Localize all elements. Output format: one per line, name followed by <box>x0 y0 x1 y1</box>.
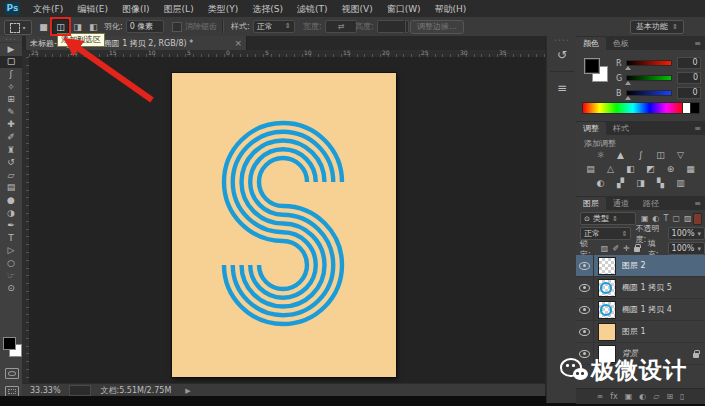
tool-quick-selection-tool[interactable]: ✧ <box>0 81 22 94</box>
feather-input[interactable]: 0 像素 <box>126 20 164 33</box>
properties-panel-icon[interactable]: ≡ <box>547 76 577 100</box>
tool-crop-tool[interactable]: ⊞ <box>0 93 22 106</box>
new-group-icon[interactable]: ▱ <box>653 392 659 401</box>
subtract-from-selection-button[interactable]: ◨ <box>70 20 85 34</box>
workspace-switcher[interactable]: 基本功能⇕ <box>630 20 684 34</box>
menu-item-select[interactable]: 选择(S) <box>245 1 290 17</box>
adjustments-panel-menu-icon[interactable]: ≡ <box>690 122 705 135</box>
eye-icon[interactable] <box>579 306 590 314</box>
channel-value-field[interactable]: 0 <box>677 57 701 69</box>
refine-edge-button[interactable]: 调整边缘… <box>410 20 464 34</box>
selective-color-icon[interactable]: ▚ <box>654 177 667 188</box>
foreground-color-swatch[interactable] <box>584 58 600 74</box>
foreground-color-swatch[interactable] <box>3 337 16 350</box>
eye-icon[interactable] <box>579 284 590 292</box>
tool-blur-tool[interactable]: ● <box>0 194 22 207</box>
tool-hand-tool[interactable]: ☞ <box>0 270 22 283</box>
lock-transparent-pixels-icon[interactable]: ▨ <box>601 244 609 253</box>
channel-slider[interactable] <box>626 75 672 81</box>
panel-color-swatches[interactable] <box>584 58 610 84</box>
levels-icon[interactable]: ▲ <box>614 149 627 160</box>
gradient-map-icon[interactable]: ▥ <box>674 177 687 188</box>
add-layer-mask-icon[interactable]: ▣ <box>625 392 633 401</box>
style-select[interactable]: 正常⇕ <box>253 20 295 33</box>
new-layer-icon[interactable]: ⊞ <box>666 392 673 401</box>
status-expander-icon[interactable]: ▶ <box>185 387 190 395</box>
menu-item-image[interactable]: 图像(I) <box>115 1 157 17</box>
tool-preset-picker[interactable]: ▾ <box>4 20 32 35</box>
slider-marker-icon[interactable] <box>625 66 631 70</box>
layer-filter-type-select[interactable]: ⊙ 类型 ⇕ <box>580 212 636 225</box>
lock-image-pixels-icon[interactable]: ✐ <box>612 244 619 253</box>
status-scrub-box[interactable] <box>69 385 91 396</box>
visibility-cell[interactable] <box>576 299 594 320</box>
layers-panel-menu-icon[interactable]: ≡ <box>690 197 705 210</box>
menu-item-edit[interactable]: 编辑(E) <box>70 1 115 17</box>
layer-row[interactable]: 椭圆 1 拷贝 5 <box>576 277 705 299</box>
filter-smart-objects-icon[interactable]: ▨ <box>684 214 692 223</box>
tab-channels[interactable]: 通道 <box>606 197 636 210</box>
tab-adjustments[interactable]: 调整 <box>576 122 606 135</box>
layer-filter-toggle[interactable] <box>693 213 702 225</box>
curves-icon[interactable]: ∫ <box>634 149 647 160</box>
menu-item-view[interactable]: 视图(V) <box>334 1 379 17</box>
menu-item-file[interactable]: 文件(F) <box>26 1 70 17</box>
menu-item-type[interactable]: 类型(Y) <box>201 1 246 17</box>
filter-shape-layers-icon[interactable]: ▢ <box>672 214 680 223</box>
close-icon[interactable]: × <box>234 38 242 48</box>
brightness-contrast-icon[interactable]: ☼ <box>594 149 607 160</box>
tab-color[interactable]: 颜色 <box>576 37 606 50</box>
lock-all-icon[interactable] <box>634 247 640 252</box>
visibility-cell[interactable] <box>576 321 594 342</box>
fill-select[interactable]: 100%▾ <box>668 242 705 255</box>
visibility-cell[interactable] <box>576 277 594 298</box>
tab-paths[interactable]: 路径 <box>636 197 666 210</box>
new-adjustment-layer-icon[interactable]: ◐ <box>639 392 646 401</box>
new-selection-button[interactable]: ■ <box>36 20 51 34</box>
layer-thumbnail[interactable] <box>598 323 616 341</box>
tool-eraser-tool[interactable]: ▱ <box>0 169 22 182</box>
canvas[interactable] <box>172 73 396 377</box>
foreground-background-colors[interactable] <box>2 336 22 358</box>
color-panel-menu-icon[interactable]: ≡ <box>690 37 705 50</box>
channel-value-field[interactable]: 0 <box>677 87 701 99</box>
tool-clone-stamp-tool[interactable]: ♜ <box>0 144 22 157</box>
intersect-selection-button[interactable]: ◧ <box>86 20 101 34</box>
history-panel-icon[interactable]: ↺ <box>547 43 577 67</box>
visibility-cell[interactable] <box>576 255 594 276</box>
eye-icon[interactable] <box>579 328 590 336</box>
tool-healing-brush-tool[interactable]: ✚ <box>0 119 22 132</box>
tool-path-selection-tool[interactable]: ▷ <box>0 245 22 258</box>
tab-layers[interactable]: 图层 <box>576 197 606 210</box>
toolbar-grip[interactable]: ••• <box>0 36 22 43</box>
invert-icon[interactable]: ◐ <box>594 177 607 188</box>
link-layers-icon[interactable]: ∞ <box>596 392 603 401</box>
layer-row[interactable]: 图层 2 <box>576 255 705 277</box>
channel-slider[interactable] <box>626 90 672 96</box>
channel-mixer-icon[interactable]: ⊛ <box>664 163 677 174</box>
color-balance-icon[interactable]: △ <box>604 163 617 174</box>
layer-row[interactable]: 椭圆 1 拷贝 4 <box>576 299 705 321</box>
eye-icon[interactable] <box>579 262 590 270</box>
tool-move-tool[interactable]: ▶ <box>0 43 22 56</box>
color-lookup-icon[interactable]: ▦ <box>684 163 697 174</box>
tool-pen-tool[interactable]: ✒ <box>0 219 22 232</box>
channel-value-field[interactable]: 0 <box>677 72 701 84</box>
photo-filter-icon[interactable]: ◩ <box>644 163 657 174</box>
menu-item-filter[interactable]: 滤镜(T) <box>290 1 335 17</box>
exposure-icon[interactable]: ◫ <box>654 149 667 160</box>
menu-item-layer[interactable]: 图层(L) <box>157 1 201 17</box>
slider-marker-icon[interactable] <box>625 96 631 100</box>
black-white-icon[interactable]: ◧ <box>624 163 637 174</box>
layer-thumbnail[interactable] <box>598 257 616 275</box>
spectrum-black-swatch[interactable] <box>690 102 700 114</box>
tool-brush-tool[interactable]: ✐ <box>0 131 22 144</box>
tool-type-tool[interactable]: T <box>0 232 22 245</box>
layer-thumbnail[interactable] <box>598 301 616 319</box>
tool-zoom-tool[interactable]: ⊙ <box>0 282 22 295</box>
tool-history-brush-tool[interactable]: ↺ <box>0 156 22 169</box>
threshold-icon[interactable]: ◨ <box>634 177 647 188</box>
quick-mask-button[interactable] <box>5 368 19 379</box>
antialias-checkbox[interactable] <box>172 22 182 32</box>
color-spectrum-ramp[interactable] <box>582 102 684 114</box>
